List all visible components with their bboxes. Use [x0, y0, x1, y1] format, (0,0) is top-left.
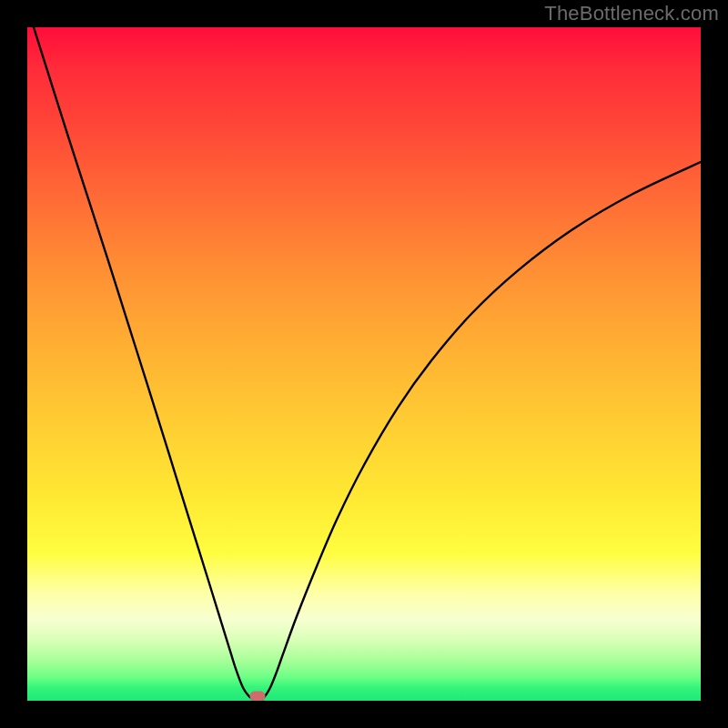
minimum-marker: [250, 691, 266, 701]
bottleneck-curve: [27, 27, 701, 701]
curve-path: [27, 27, 701, 701]
plot-area: [27, 27, 701, 701]
watermark-text: TheBottleneck.com: [544, 2, 719, 25]
chart-frame: TheBottleneck.com: [0, 0, 728, 728]
